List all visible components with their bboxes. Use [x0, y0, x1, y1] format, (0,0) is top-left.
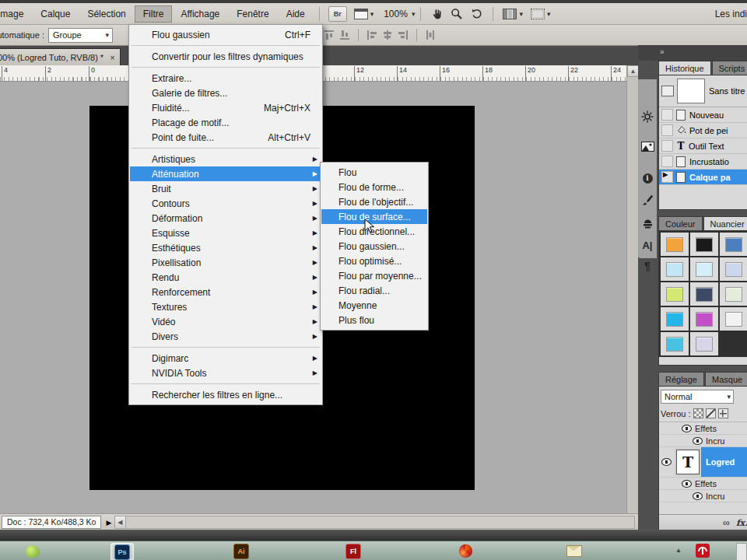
swatch-cell[interactable]	[661, 307, 689, 331]
swatch-cell[interactable]	[720, 257, 747, 281]
color-swatch[interactable]	[696, 287, 713, 302]
swatch-cell[interactable]	[720, 233, 747, 256]
filter-menu-item[interactable]: Rechercher les filtres en ligne... ▶	[130, 387, 321, 402]
clone-source-panel-icon[interactable]	[638, 217, 657, 230]
tray-expand-icon[interactable]: ▲	[675, 547, 682, 554]
swatch-cell[interactable]	[720, 282, 747, 306]
color-swatch[interactable]	[696, 237, 713, 252]
submenu-item[interactable]: Flou de forme...	[321, 180, 427, 194]
zoom-level-value[interactable]: 100%	[384, 9, 408, 19]
filter-menu-item[interactable]: ▶	[132, 347, 320, 348]
color-swatch[interactable]	[725, 262, 742, 277]
filter-menu-item[interactable]: Rendu ▶	[130, 270, 321, 285]
align-top-icon[interactable]	[324, 30, 335, 40]
swatch-cell[interactable]	[690, 257, 718, 281]
color-swatch[interactable]	[725, 237, 742, 252]
menu-item[interactable]: Aide	[278, 5, 314, 23]
swatch-cell[interactable]	[720, 307, 747, 331]
filter-menu-item[interactable]: Placage de motif... ▶	[130, 115, 321, 130]
distribute-spacing-icon[interactable]	[425, 30, 436, 40]
rotate-view-button[interactable]	[471, 8, 483, 20]
visibility-toggle[interactable]	[679, 480, 693, 488]
swatch-cell[interactable]	[690, 233, 718, 256]
view-extras-button[interactable]: ▾	[503, 9, 523, 19]
history-source-icon[interactable]	[661, 86, 674, 96]
avira-tray-icon[interactable]	[696, 544, 710, 558]
vertical-scrollbar[interactable]: ▲	[626, 65, 639, 513]
layer-row[interactable]: Incru	[659, 435, 747, 447]
scroll-up-icon[interactable]: ▲	[627, 65, 639, 77]
menu-item[interactable]: Sélection	[79, 5, 134, 23]
document-tab[interactable]: 00% (Logred Tuto, RVB/8) * ×	[0, 48, 121, 65]
filter-menu-item[interactable]: Renforcement ▶	[130, 285, 321, 299]
menu-item[interactable]: Fenêtre	[228, 5, 277, 23]
layer-styles-icon[interactable]: fx.	[736, 518, 747, 528]
tab-nuancier[interactable]: Nuancier	[703, 216, 747, 231]
color-swatch[interactable]	[725, 287, 742, 302]
align-bottom-icon[interactable]	[339, 30, 350, 40]
blend-mode-dropdown[interactable]: Normal ▾	[661, 390, 734, 404]
masks-panel-icon[interactable]	[638, 142, 657, 153]
taskbar-green-app-button[interactable]	[22, 543, 44, 559]
history-source-checkbox[interactable]	[661, 124, 673, 136]
menu-item[interactable]: Calque	[32, 5, 79, 23]
filter-menu-item[interactable]: Bruit ▶	[130, 181, 321, 196]
filter-menu-item[interactable]: NVIDIA Tools ▶	[130, 366, 321, 380]
character-panel-icon[interactable]: A|	[638, 240, 657, 251]
menu-item[interactable]: Filtre	[135, 5, 173, 23]
horizontal-scrollbar[interactable]: ◀	[114, 516, 635, 529]
collapse-dock-icon[interactable]: »	[660, 47, 664, 56]
submenu-item[interactable]: Flou radial...	[321, 283, 427, 298]
color-swatch[interactable]	[666, 287, 683, 302]
distribute-left-icon[interactable]	[366, 30, 377, 40]
taskbar-flash-button[interactable]: Fl	[342, 543, 364, 559]
filter-menu-item[interactable]: Pixellisation ▶	[130, 255, 321, 270]
menu-item[interactable]: Image	[0, 5, 32, 23]
submenu-item[interactable]: Moyenne	[321, 298, 427, 313]
visibility-toggle[interactable]	[659, 458, 673, 466]
link-layers-icon[interactable]: ∞	[723, 517, 730, 528]
filter-menu-item[interactable]: Digimarc ▶	[130, 351, 321, 366]
swatch-cell[interactable]	[690, 282, 718, 306]
swatch-cell[interactable]	[661, 332, 689, 355]
color-swatch[interactable]	[666, 337, 683, 352]
visibility-toggle[interactable]	[690, 492, 704, 500]
swatch-cell[interactable]	[661, 233, 689, 256]
filter-menu-item[interactable]: Contours ▶	[130, 196, 321, 211]
visibility-toggle[interactable]	[679, 425, 693, 432]
layer-row[interactable]: Effets	[659, 422, 747, 435]
submenu-item[interactable]: Flou optimisé...	[321, 254, 427, 268]
history-source-checkbox[interactable]	[661, 156, 673, 167]
hand-tool-button[interactable]	[430, 8, 443, 20]
bridge-button[interactable]: Br	[328, 6, 347, 22]
workspace-layout-button[interactable]: ▾	[354, 9, 374, 19]
close-icon[interactable]: ×	[110, 53, 114, 62]
brushes-panel-icon[interactable]	[638, 194, 657, 208]
lock-paint-icon[interactable]	[706, 408, 716, 418]
filter-menu-item[interactable]: Esquisse ▶	[130, 226, 321, 240]
filter-menu-item[interactable]: Esthétiques ▶	[130, 240, 321, 255]
filter-menu-item[interactable]: Point de fuite... Alt+Ctrl+V ▶	[130, 130, 321, 145]
history-source-checkbox[interactable]	[661, 109, 673, 121]
submenu-item[interactable]: Flou par moyenne...	[321, 268, 427, 283]
layer-row[interactable]: Effets	[659, 478, 747, 490]
taskbar-illustrator-button[interactable]: Ai	[230, 543, 252, 559]
color-swatch[interactable]	[696, 262, 713, 277]
adjustments-icon[interactable]	[638, 110, 657, 124]
filter-menu-item[interactable]: ▶	[132, 67, 320, 68]
history-step[interactable]: T Nouveau	[659, 107, 747, 123]
workspace-switcher[interactable]: Les indi	[715, 9, 747, 19]
paragraph-panel-icon[interactable]: ¶	[638, 260, 657, 272]
tab-scripts[interactable]: Scripts	[712, 61, 747, 75]
submenu-item[interactable]: Plus flou	[321, 313, 427, 327]
layer-thumbnail[interactable]: T	[676, 450, 700, 474]
color-swatch[interactable]	[666, 312, 683, 327]
distribute-right-icon[interactable]	[398, 30, 409, 40]
swatch-cell[interactable]	[690, 332, 718, 355]
history-source-checkbox[interactable]	[661, 171, 673, 183]
taskbar-mail-button[interactable]	[563, 543, 585, 559]
taskbar-swirl-app-button[interactable]	[454, 543, 476, 559]
filter-menu-item[interactable]: Déformation ▶	[130, 211, 321, 226]
info-panel-icon[interactable]: i	[638, 173, 657, 184]
filter-menu-item[interactable]: Atténuation ▶	[130, 166, 321, 181]
